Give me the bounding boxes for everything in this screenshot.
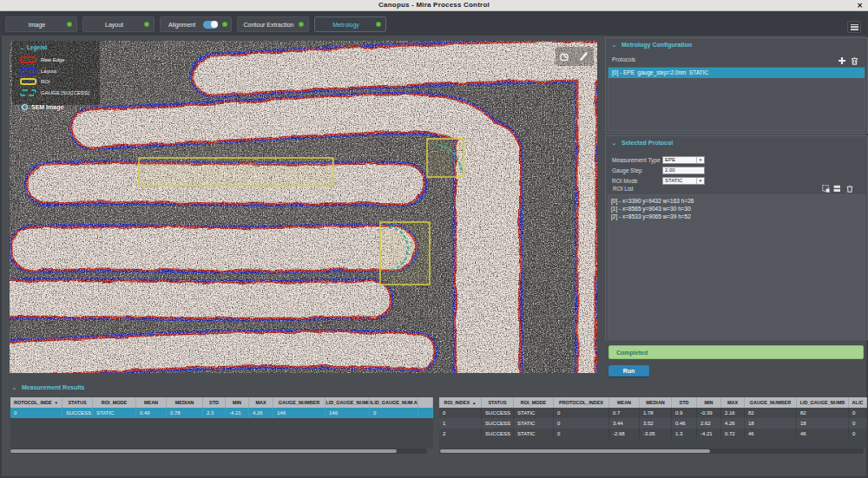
column-header[interactable]: STD — [203, 397, 226, 408]
delete-protocol-icon[interactable] — [851, 56, 859, 65]
tab[interactable]: Alignment — [160, 16, 232, 32]
panel-header[interactable]: ⌄Selected Protocol — [612, 140, 673, 146]
column-header[interactable]: STATUS — [62, 397, 93, 408]
column-header[interactable]: STD — [672, 397, 697, 408]
column-header[interactable]: ROI_MODE — [93, 397, 136, 408]
column-header[interactable]: LID_GAUGE_NUMB — [797, 397, 849, 408]
column-header[interactable]: MEDIAN — [167, 397, 203, 408]
table-row[interactable]: 1SUCCESSSTATIC03.443.520.462.624.2618180 — [439, 418, 867, 429]
chevron-down-icon: ⌄ — [20, 45, 24, 50]
protocol-list[interactable]: [0] - EPE gauge_step=2.0nm STATIC — [608, 67, 865, 131]
table-cell: 146 — [326, 408, 370, 418]
delete-roi-icon[interactable] — [846, 185, 855, 193]
roi-list-item[interactable]: [1] - x=8565 y=9043 w=30 h=30 — [611, 205, 865, 213]
column-header[interactable] — [418, 397, 433, 408]
table-cell: 0.7 — [609, 408, 640, 418]
roi-table-icon[interactable] — [833, 185, 842, 193]
tab[interactable]: Metrology — [314, 16, 386, 32]
close-icon[interactable]: ✕ — [855, 1, 865, 10]
field-label: Measurement Type — [612, 157, 662, 163]
table-cell: 0 — [849, 418, 867, 429]
sem-image-layer[interactable]: SEM Image — [22, 104, 63, 110]
legend-item: Raw Edge — [20, 55, 100, 66]
field-control[interactable]: STATIC ▼ — [662, 177, 705, 185]
column-header[interactable]: ILID_GAUGE_NUM A — [370, 397, 418, 408]
sem-viewer[interactable]: ⌄Legend Raw Edge Layout ROI — [10, 41, 597, 373]
table-cell: 2.3 — [203, 408, 226, 418]
table-cell: 4.26 — [249, 408, 273, 418]
sem-image-label: SEM Image — [31, 104, 63, 110]
table-cell: 82 — [745, 408, 797, 418]
column-header[interactable]: ROI_INDEX▲ — [439, 397, 482, 408]
field-value: STATIC — [663, 178, 696, 183]
results-table-protocol[interactable]: ROTOCOL_INDE▼STATUSROI_MODEMEANMEDIANSTD… — [10, 397, 433, 449]
table-cell: 82 — [797, 408, 849, 418]
chevron-down-icon: ⌄ — [612, 43, 616, 48]
table-header-row: ROTOCOL_INDE▼STATUSROI_MODEMEANMEDIANSTD… — [10, 397, 433, 408]
sort-icon: ▲ — [472, 401, 476, 405]
column-header[interactable]: ROTOCOL_INDE▼ — [10, 397, 62, 408]
legend-title: ⌄Legend — [20, 44, 100, 50]
column-header[interactable]: LID_GAUGE_NUMI — [326, 397, 370, 408]
legend-item: Layout — [20, 66, 100, 77]
table-cell: 0.49 — [136, 408, 167, 418]
field-control[interactable]: EPE ▼ — [662, 156, 705, 164]
protocol-list-item[interactable]: [0] - EPE gauge_step=2.0nm STATIC — [608, 68, 865, 78]
edit-pencil-icon[interactable] — [578, 50, 590, 62]
sort-icon: ▼ — [55, 401, 58, 405]
column-header[interactable]: MEDIAN — [640, 397, 672, 408]
column-header[interactable]: ALIC — [849, 397, 867, 408]
field-label: ROI Mode — [612, 178, 662, 184]
run-button[interactable]: Run — [608, 365, 649, 377]
table-row[interactable]: 0SUCCESSSTATIC00.71.780.9-0.392.1682820 — [439, 408, 867, 418]
tab[interactable]: Contour Extraction — [237, 16, 309, 32]
menu-icon[interactable] — [847, 21, 861, 33]
table-cell: 4.26 — [721, 418, 745, 429]
roi-list[interactable]: [0] - x=3390 y=9432 w=163 h=26 [1] - x=8… — [608, 194, 865, 338]
column-header[interactable]: MEAN — [609, 397, 640, 408]
copy-view-icon[interactable] — [559, 51, 570, 62]
table-cell: STATIC — [514, 408, 554, 418]
selected-protocol-panel: ⌄Selected Protocol Measurement Type EPE … — [605, 135, 868, 340]
measurement-results-header[interactable]: ⌄Measurement Results — [12, 384, 84, 390]
column-header[interactable]: MIN — [226, 397, 249, 408]
table-cell: 46 — [745, 429, 797, 439]
panel-header[interactable]: ⌄Metrology Configuration — [612, 42, 692, 48]
table-row[interactable]: 2SUCCESSSTATIC0-2.68-3.051.3-4.210.72464… — [439, 429, 867, 439]
table-cell: 0 — [849, 429, 867, 439]
roi-box-2[interactable] — [380, 222, 430, 285]
table-cell: 2 — [439, 429, 482, 439]
column-header[interactable]: MIN — [697, 397, 721, 408]
column-header[interactable]: GAUGE_NUMBER — [273, 397, 326, 408]
field-control[interactable]: 2.00 — [662, 167, 705, 174]
column-header[interactable]: MEAN — [136, 397, 167, 408]
column-header[interactable]: MAX — [721, 397, 745, 408]
table-cell: SUCCESS — [62, 408, 93, 418]
column-header[interactable]: PROTOCOL_INDEX — [554, 397, 609, 408]
column-header[interactable]: ROI_MODE — [514, 397, 554, 408]
tab[interactable]: Image — [5, 16, 77, 32]
tab[interactable]: Layout — [82, 16, 155, 32]
horizontal-scrollbar[interactable] — [439, 449, 864, 454]
roi-box-0[interactable] — [139, 158, 333, 186]
column-header[interactable]: GAUGE_NUMBER — [745, 397, 797, 408]
scrollbar-thumb[interactable] — [440, 449, 710, 453]
add-protocol-icon[interactable] — [838, 56, 846, 65]
column-header[interactable]: STATUS — [482, 397, 514, 408]
roi-list-item[interactable]: [0] - x=3390 y=9432 w=163 h=26 — [611, 197, 865, 205]
results-table-roi[interactable]: ROI_INDEX▲STATUSROI_MODEPROTOCOL_INDEXME… — [439, 397, 867, 449]
scrollbar-thumb[interactable] — [10, 449, 397, 453]
layer-visibility-icon[interactable] — [22, 104, 28, 110]
dropdown-arrow-icon[interactable]: ▼ — [696, 157, 704, 163]
column-header[interactable]: MAX — [249, 397, 273, 408]
add-roi-icon[interactable] — [822, 185, 831, 193]
dropdown-arrow-icon[interactable]: ▼ — [696, 178, 704, 184]
table-cell: 146 — [273, 408, 326, 418]
table-cell: 18 — [797, 418, 849, 429]
horizontal-scrollbar[interactable] — [10, 449, 427, 454]
table-row[interactable]: 0SUCCESSSTATIC0.490.782.3-4.214.26146146… — [10, 408, 433, 418]
roi-list-item[interactable]: [2] - x=8533 y=9065 w=39 h=52 — [611, 213, 865, 220]
tab-label: Layout — [105, 22, 132, 28]
legend-item-label: GAUGE [SUCCESS] — [41, 90, 89, 95]
toggle-switch[interactable] — [203, 21, 218, 29]
